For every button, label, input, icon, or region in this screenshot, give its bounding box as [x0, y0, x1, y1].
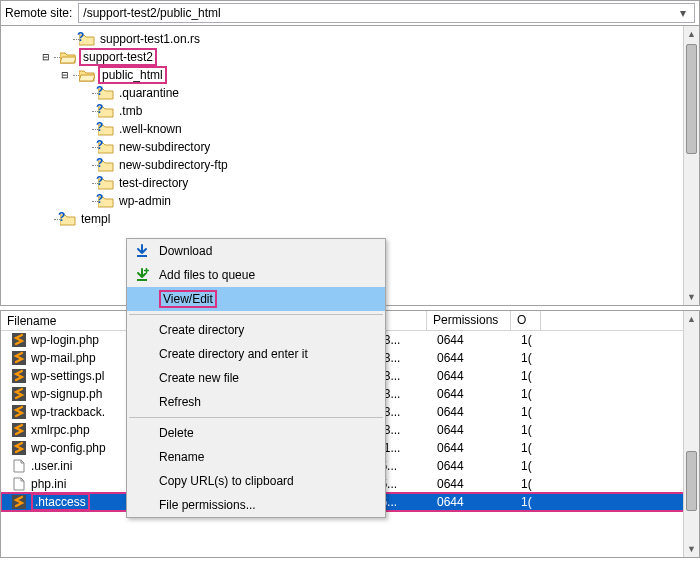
sublime-file-icon [11, 494, 27, 510]
menu-item-label: Rename [159, 450, 204, 464]
file-perm-cell: 0644 [431, 495, 515, 509]
file-owner-cell: 1( [515, 459, 545, 473]
menu-item-label: Download [159, 244, 212, 258]
menu-item[interactable]: Delete [127, 421, 385, 445]
menu-item-label: Create new file [159, 371, 239, 385]
tree-item-label: templ [79, 212, 112, 226]
file-name-label: xmlrpc.php [31, 423, 90, 437]
file-perm-cell: 0644 [431, 351, 515, 365]
menu-item[interactable]: Refresh [127, 390, 385, 414]
tree-vertical-scrollbar[interactable]: ▲ ▼ [683, 26, 699, 305]
menu-item[interactable]: Copy URL(s) to clipboard [127, 469, 385, 493]
scrollbar-thumb[interactable] [686, 451, 697, 511]
chevron-down-icon[interactable]: ▾ [676, 6, 690, 20]
menu-item[interactable]: Rename [127, 445, 385, 469]
tree-item-label: .tmb [117, 104, 144, 118]
tree-item[interactable]: ?.tmb [1, 102, 699, 120]
remote-path-value: /support-test2/public_html [83, 6, 220, 20]
file-perm-cell: 0644 [431, 405, 515, 419]
unknown-folder-icon: ? [98, 157, 114, 173]
tree-item[interactable]: ?templ [1, 210, 699, 228]
collapse-icon[interactable]: ⊟ [40, 52, 52, 62]
menu-item-label: Copy URL(s) to clipboard [159, 474, 294, 488]
col-header-permissions[interactable]: Permissions [427, 311, 511, 330]
scroll-down-icon[interactable]: ▼ [684, 541, 699, 557]
unknown-folder-icon: ? [98, 139, 114, 155]
sublime-file-icon [11, 404, 27, 420]
menu-item-label: Add files to queue [159, 268, 255, 282]
tree-item[interactable]: ⊟public_html [1, 66, 699, 84]
tree-item-label: .quarantine [117, 86, 181, 100]
menu-item[interactable]: Add files to queue [127, 263, 385, 287]
file-name-label: wp-config.php [31, 441, 106, 455]
menu-item[interactable]: View/Edit [127, 287, 385, 311]
tree-item-label: .well-known [117, 122, 184, 136]
tree-item-label: new-subdirectory [117, 140, 212, 154]
menu-item[interactable]: Create new file [127, 366, 385, 390]
tree-item[interactable]: ?.quarantine [1, 84, 699, 102]
col-header-owner[interactable]: O [511, 311, 541, 330]
file-owner-cell: 1( [515, 495, 545, 509]
unknown-folder-icon: ? [98, 103, 114, 119]
collapse-icon[interactable]: ⊟ [59, 70, 71, 80]
menu-item-label: View/Edit [159, 292, 217, 306]
file-owner-cell: 1( [515, 477, 545, 491]
scroll-up-icon[interactable]: ▲ [684, 311, 699, 327]
remote-path-combo[interactable]: /support-test2/public_html ▾ [78, 3, 695, 23]
file-owner-cell: 1( [515, 441, 545, 455]
file-name-label: .user.ini [31, 459, 72, 473]
tree-item[interactable]: ?new-subdirectory-ftp [1, 156, 699, 174]
scroll-up-icon[interactable]: ▲ [684, 26, 699, 42]
context-menu[interactable]: DownloadAdd files to queueView/EditCreat… [126, 238, 386, 518]
menu-item[interactable]: File permissions... [127, 493, 385, 517]
sublime-file-icon [11, 422, 27, 438]
tree-item-label: support-test1.on.rs [98, 32, 202, 46]
generic-file-icon [11, 476, 27, 492]
tree-item-label: support-test2 [79, 48, 157, 66]
remote-site-bar: Remote site: /support-test2/public_html … [0, 0, 700, 26]
tree-item-label: test-directory [117, 176, 190, 190]
tree-item[interactable]: ?wp-admin [1, 192, 699, 210]
tree-item-label: public_html [98, 66, 167, 84]
unknown-folder-icon: ? [98, 121, 114, 137]
file-owner-cell: 1( [515, 423, 545, 437]
unknown-folder-icon: ? [98, 85, 114, 101]
menu-item[interactable]: Create directory [127, 318, 385, 342]
menu-item-label: Create directory [159, 323, 244, 337]
file-perm-cell: 0644 [431, 369, 515, 383]
tree-item[interactable]: ⊟support-test2 [1, 48, 699, 66]
scrollbar-thumb[interactable] [686, 44, 697, 154]
tree-item[interactable]: ?new-subdirectory [1, 138, 699, 156]
file-name-label: wp-login.php [31, 333, 99, 347]
add-queue-icon [133, 266, 151, 284]
filelist-vertical-scrollbar[interactable]: ▲ ▼ [683, 311, 699, 557]
sublime-file-icon [11, 368, 27, 384]
folder-open-icon [60, 49, 76, 65]
remote-site-label: Remote site: [5, 6, 72, 20]
file-perm-cell: 0644 [431, 477, 515, 491]
file-perm-cell: 0644 [431, 441, 515, 455]
file-name-label: wp-trackback. [31, 405, 105, 419]
folder-open-icon [79, 67, 95, 83]
file-name-label: wp-signup.ph [31, 387, 102, 401]
tree-item[interactable]: ?.well-known [1, 120, 699, 138]
menu-separator [129, 314, 383, 315]
generic-file-icon [11, 458, 27, 474]
file-perm-cell: 0644 [431, 459, 515, 473]
menu-item[interactable]: Create directory and enter it [127, 342, 385, 366]
sublime-file-icon [11, 332, 27, 348]
file-perm-cell: 0644 [431, 387, 515, 401]
tree-item[interactable]: ?test-directory [1, 174, 699, 192]
sublime-file-icon [11, 440, 27, 456]
file-owner-cell: 1( [515, 369, 545, 383]
tree-item[interactable]: ?support-test1.on.rs [1, 30, 699, 48]
file-name-label: wp-mail.php [31, 351, 96, 365]
sublime-file-icon [11, 386, 27, 402]
menu-item-label: Refresh [159, 395, 201, 409]
menu-item[interactable]: Download [127, 239, 385, 263]
scroll-down-icon[interactable]: ▼ [684, 289, 699, 305]
file-owner-cell: 1( [515, 405, 545, 419]
file-name-label: wp-settings.pl [31, 369, 104, 383]
file-owner-cell: 1( [515, 351, 545, 365]
tree-item-label: wp-admin [117, 194, 173, 208]
